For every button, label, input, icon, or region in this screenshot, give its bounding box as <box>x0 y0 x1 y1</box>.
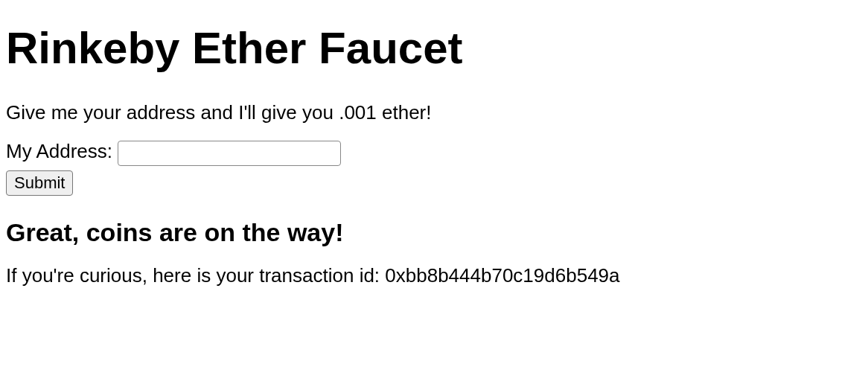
submit-button[interactable]: Submit <box>6 170 73 196</box>
result-heading: Great, coins are on the way! <box>6 218 862 247</box>
intro-text: Give me your address and I'll give you .… <box>6 100 862 126</box>
address-label: My Address: <box>6 140 118 162</box>
address-input[interactable] <box>118 141 341 166</box>
address-form: My Address: Submit <box>6 140 862 196</box>
transaction-text: If you're curious, here is your transact… <box>6 263 862 289</box>
page-title: Rinkeby Ether Faucet <box>6 24 862 73</box>
